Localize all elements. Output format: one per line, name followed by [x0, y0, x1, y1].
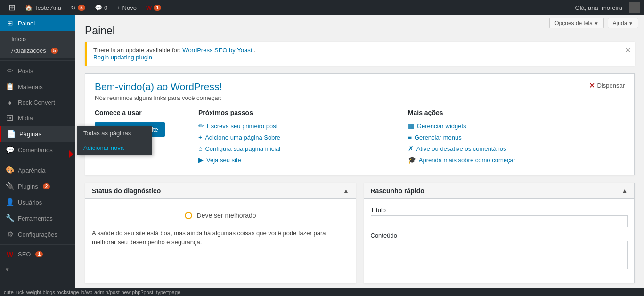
sidebar-item-posts[interactable]: ✏ Posts — [0, 63, 75, 79]
midia-icon: 🖼 — [6, 114, 14, 122]
comments-toggle-icon: ✗ — [408, 145, 414, 152]
ferramentas-icon: 🔧 — [6, 214, 14, 222]
next-steps-list: ✏ Escreva seu primeiro post + Adicione u… — [198, 122, 399, 164]
rascunho-header: Rascunho rápido ▲ — [364, 183, 635, 199]
wp-icon: ⊞ — [8, 2, 16, 13]
sidebar-item-plugins[interactable]: 🔌 Plugins 2 — [0, 178, 75, 194]
sidebar-item-configuracoes[interactable]: ⚙ Configurações — [0, 226, 75, 242]
about-page-link[interactable]: Adicione uma página Sobre — [205, 134, 280, 141]
sidebar-item-usuarios[interactable]: 👤 Usuários — [0, 194, 75, 210]
comments-toggle-link[interactable]: Ative ou desative os comentários — [416, 145, 506, 152]
sidebar-item-seo[interactable]: W SEO 1 — [0, 247, 75, 262]
titulo-label: Título — [371, 206, 628, 214]
home-page-link[interactable]: Configura sua página inicial — [205, 145, 280, 152]
welcome-subtitle: Nós reunimos alguns links para você come… — [95, 94, 222, 101]
more-actions-list: ▦ Gerenciar widgets ≡ Gerenciar menus ✗ … — [408, 122, 625, 164]
help-button[interactable]: Ajuda — [608, 18, 638, 28]
view-site-link[interactable]: Veja seu site — [206, 156, 241, 164]
materiais-icon: 📋 — [6, 82, 14, 91]
list-item: ▶ Veja seu site — [198, 156, 399, 164]
usuarios-icon: 👤 — [6, 198, 14, 206]
rock-convert-icon: ♦ — [6, 99, 14, 107]
sidebar-item-comentarios[interactable]: 💬 Comentários — [0, 142, 75, 158]
update-notice: There is an update available for: WordPr… — [85, 42, 635, 66]
learn-icon: 🎓 — [408, 156, 416, 164]
adminbar-comments[interactable]: 💬 0 — [90, 0, 112, 15]
sidebar-item-materiais[interactable]: 📋 Materiais — [0, 79, 75, 95]
conteudo-label: Conteúdo — [371, 232, 628, 239]
sidebar-item-midia[interactable]: 🖼 Mídia — [0, 110, 75, 126]
status-description: A saúde do seu site está boa, mas ainda … — [92, 229, 349, 247]
aparencia-icon: 🎨 — [6, 166, 14, 174]
status-circle — [185, 212, 192, 219]
adminbar-yoast[interactable]: W 1 — [141, 0, 166, 15]
screen-options-button[interactable]: Opções de tela — [549, 18, 603, 28]
comentarios-icon: 💬 — [6, 146, 14, 154]
posts-icon: ✏ — [6, 66, 14, 75]
menus-icon: ≡ — [408, 133, 412, 141]
rascunho-body: Título Conteúdo — [364, 199, 635, 283]
adminbar-updates[interactable]: ↻ 5 — [66, 0, 90, 15]
sidebar-item-paginas[interactable]: 📄 Páginas Todas as páginas Adicionar nov… — [0, 126, 75, 142]
get-started-heading: Comece a usar — [95, 109, 189, 116]
widgets-icon: ▦ — [408, 122, 414, 130]
sidebar-item-rock-convert[interactable]: ♦ Rock Convert — [0, 95, 75, 110]
list-item: ✏ Escreva seu primeiro post — [198, 122, 399, 130]
yoast-icon: W — [146, 4, 152, 11]
rascunho-panel: Rascunho rápido ▲ Título Conteúdo — [364, 183, 635, 283]
configuracoes-icon: ⚙ — [6, 230, 14, 238]
widgets-link[interactable]: Gerenciar widgets — [417, 123, 466, 130]
diagnostico-collapse[interactable]: ▲ — [343, 188, 349, 194]
begin-update-link[interactable]: Begin updating plugin — [93, 54, 152, 61]
diagnostico-header: Status do diagnóstico ▲ — [85, 183, 356, 199]
statusbar-url: cute-luck-weight.blogs.rockstage.io/wp-a… — [4, 289, 180, 295]
list-item: ⌂ Configura sua página inicial — [198, 145, 399, 152]
menus-link[interactable]: Gerenciar menus — [415, 134, 462, 141]
sidebar-item-aparencia[interactable]: 🎨 Aparência — [0, 162, 75, 178]
diagnostico-body: Deve ser melhorado A saúde do seu site e… — [85, 199, 356, 255]
adminbar-wp-logo[interactable]: ⊞ — [4, 0, 20, 15]
sidebar-item-more[interactable]: ▾ — [0, 262, 75, 277]
next-steps-heading: Próximos passos — [198, 109, 399, 116]
notice-close-button[interactable]: ✕ — [625, 46, 631, 55]
plus-icon: + — [198, 133, 202, 141]
list-item: ≡ Gerenciar menus — [408, 133, 625, 141]
sidebar: ⊞ Painel Início Atualizações 5 ✏ Posts 📋… — [0, 15, 75, 296]
titulo-input[interactable] — [371, 215, 628, 227]
updates-icon: ↻ — [71, 4, 76, 11]
adminbar-new[interactable]: + Novo — [112, 0, 141, 15]
list-item: ▦ Gerenciar widgets — [408, 122, 625, 130]
view-site-icon: ▶ — [198, 156, 204, 164]
seo-icon: W — [6, 250, 14, 258]
welcome-title: Bem-vindo(a) ao WordPress! — [95, 81, 222, 92]
adminbar-avatar[interactable] — [629, 2, 640, 13]
comments-icon: 💬 — [95, 4, 102, 11]
conteudo-textarea[interactable] — [371, 241, 628, 269]
adminbar-site-name[interactable]: 🏠 Teste Ana — [20, 0, 66, 15]
dismiss-icon: ✕ — [589, 81, 595, 90]
list-item: ✗ Ative ou desative os comentários — [408, 145, 625, 152]
rascunho-collapse[interactable]: ▲ — [622, 188, 628, 194]
admin-bar: ⊞ 🏠 Teste Ana ↻ 5 💬 0 + Novo W 1 Olá, an… — [0, 0, 644, 15]
sidebar-item-atualizacoes[interactable]: Atualizações 5 — [0, 45, 75, 57]
home-page-icon: ⌂ — [198, 145, 202, 152]
plugin-link[interactable]: WordPress SEO by Yoast — [182, 47, 252, 54]
sidebar-item-ferramentas[interactable]: 🔧 Ferramentas — [0, 210, 75, 226]
learn-link[interactable]: Aprenda mais sobre como começar — [419, 156, 515, 164]
diagnostico-panel: Status do diagnóstico ▲ Deve ser melhora… — [85, 183, 356, 283]
first-post-link[interactable]: Escreva seu primeiro post — [207, 123, 277, 130]
sidebar-item-inicio[interactable]: Início — [0, 33, 75, 45]
sidebar-item-painel[interactable]: ⊞ Painel — [0, 15, 75, 31]
adminbar-greeting: Olá, ana_moreira — [571, 4, 627, 11]
painel-icon: ⊞ — [6, 19, 14, 27]
plugins-icon: 🔌 — [6, 182, 14, 190]
home-icon: 🏠 — [25, 4, 33, 11]
dismiss-button[interactable]: ✕ Dispensar — [589, 81, 625, 90]
submenu-todas-paginas[interactable]: Todas as páginas — [77, 126, 152, 140]
submenu-adicionar-nova[interactable]: Adicionar nova — [77, 140, 152, 155]
paginas-icon: 📄 — [7, 130, 16, 138]
list-item: 🎓 Aprenda mais sobre como começar — [408, 156, 625, 164]
main-content: Painel There is an update available for:… — [75, 15, 644, 296]
more-actions-heading: Mais ações — [408, 109, 625, 116]
status-label: Deve ser melhorado — [197, 212, 256, 219]
